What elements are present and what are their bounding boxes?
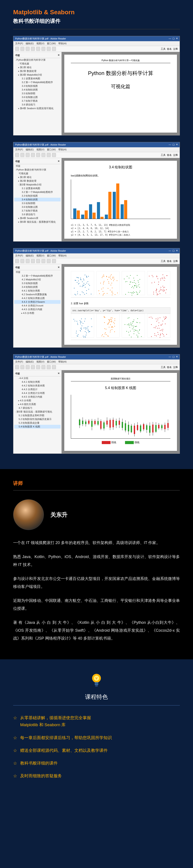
- bookmark-item[interactable]: 3.5 绘制饼图: [14, 202, 60, 205]
- window-control[interactable]: —: [169, 143, 171, 146]
- menu-item[interactable]: 帮助(H): [58, 42, 66, 45]
- window-control[interactable]: —: [169, 249, 171, 252]
- toolbar-link[interactable]: 签名: [167, 153, 172, 157]
- menu-item[interactable]: 窗口(W): [47, 42, 56, 45]
- toolbar-button[interactable]: [26, 47, 30, 51]
- toolbar-link[interactable]: 注释: [173, 259, 178, 263]
- bookmark-item[interactable]: 4.4.4 分类统计count: [14, 304, 60, 308]
- bookmark-item[interactable]: 3.4 绘制柱状图: [14, 88, 60, 92]
- bookmark-item[interactable]: 3.2 第一个Matplotlib绘图程序: [14, 190, 60, 194]
- bookmark-item[interactable]: ▸第2章 数据处理: [14, 179, 60, 183]
- bookmark-item[interactable]: 3.6 绘制散点图: [14, 95, 60, 99]
- bookmark-item[interactable]: 3.2 第一个Matplotlib绘图程序: [14, 81, 60, 84]
- bookmark-item[interactable]: 4.4.3 分类统计Swarm: [14, 300, 60, 304]
- toolbar-button[interactable]: [52, 259, 56, 263]
- menu-item[interactable]: 编辑(E): [26, 254, 34, 257]
- toolbar-button[interactable]: [31, 259, 35, 263]
- bookmark-item[interactable]: 4.7 课后练习: [14, 406, 60, 410]
- bookmark-item[interactable]: ▸4.5 分布图: [14, 311, 60, 315]
- bookmark-item[interactable]: ▸4.6 线性关系图: [14, 402, 60, 406]
- close-icon[interactable]: ✕: [58, 54, 60, 57]
- toolbar-link[interactable]: 注释: [173, 366, 178, 369]
- bookmark-item[interactable]: ▸第1章 绪论: [14, 175, 60, 179]
- bookmark-item[interactable]: 5.3 绘制股票成交量: [14, 421, 60, 425]
- toolbar-button[interactable]: [36, 47, 40, 51]
- bookmark-item[interactable]: 3.6 绘制散点图: [14, 205, 60, 209]
- bookmark-item[interactable]: 3.1 设置基本构图: [14, 77, 60, 81]
- toolbar-button[interactable]: [20, 47, 24, 51]
- bookmark-item[interactable]: -4.4 分组: [14, 376, 60, 380]
- toolbar-button[interactable]: [47, 153, 51, 157]
- toolbar-button[interactable]: [26, 259, 30, 263]
- window-control[interactable]: ▢: [172, 249, 174, 252]
- menu-item[interactable]: 窗口(W): [47, 148, 56, 151]
- menu-item[interactable]: 视图(V): [36, 254, 45, 257]
- bookmark-item[interactable]: 3.4 绘制柱状图: [14, 285, 60, 289]
- menu-item[interactable]: 窗口(W): [47, 254, 56, 257]
- menu-item[interactable]: 文件(F): [15, 360, 23, 364]
- menu-item[interactable]: 编辑(E): [26, 360, 34, 364]
- bookmark-item[interactable]: 3.5 绘制饼图: [14, 92, 60, 95]
- bookmark-item[interactable]: ▸第5章 项目实战：股票数据可视化: [14, 220, 60, 224]
- toolbar-button[interactable]: [52, 47, 56, 51]
- window-control[interactable]: ▢: [172, 37, 174, 40]
- toolbar-button[interactable]: [26, 365, 30, 369]
- bookmark-item[interactable]: ▸4.5 分布图: [14, 399, 60, 402]
- bookmark-item[interactable]: 3.7 绘制子图表: [14, 99, 60, 103]
- bookmark-item[interactable]: 5.1 绘制股票走势时序图: [14, 414, 60, 417]
- bookmark-item[interactable]: 5.2 绘制阶段性涨跌幅历史展示: [14, 417, 60, 421]
- bookmark-item[interactable]: 4.4.3 分类统计: [14, 388, 60, 391]
- close-icon[interactable]: ✕: [58, 266, 60, 269]
- toolbar-button[interactable]: [15, 47, 19, 51]
- toolbar-button[interactable]: [15, 153, 19, 157]
- window-control[interactable]: ▢: [172, 143, 174, 146]
- bookmark-item[interactable]: 可视化篇: [14, 172, 60, 175]
- window-control[interactable]: ✕: [176, 249, 178, 252]
- toolbar-link[interactable]: 注释: [173, 153, 178, 157]
- window-control[interactable]: ▢: [172, 355, 174, 358]
- bookmark-item[interactable]: 4.4.1 绘制分类图: [14, 289, 60, 292]
- bookmark-item[interactable]: ▸第1章 绪论: [14, 66, 60, 69]
- close-icon[interactable]: ✕: [58, 160, 60, 163]
- bookmark-item[interactable]: 书签: [14, 164, 60, 168]
- bookmark-item[interactable]: 4.4.2 绘制分类基本图: [14, 384, 60, 388]
- toolbar-link[interactable]: 签名: [167, 366, 172, 369]
- bookmark-item[interactable]: -第5章 项目实战：股票数据可视化: [14, 410, 60, 414]
- bookmark-item[interactable]: 书签: [14, 270, 60, 274]
- toolbar-button[interactable]: [15, 365, 19, 369]
- toolbar-button[interactable]: [42, 47, 46, 51]
- menu-item[interactable]: 帮助(H): [58, 254, 66, 257]
- bookmark-item[interactable]: -第3章 Matplotlib介绍: [14, 183, 60, 187]
- toolbar-button[interactable]: [31, 47, 35, 51]
- toolbar-button[interactable]: [47, 259, 51, 263]
- bookmark-item[interactable]: 4.4.4 分类统计分布图: [14, 391, 60, 395]
- toolbar-link[interactable]: 工具: [161, 153, 166, 157]
- bookmark-item[interactable]: 3.3 绘制折线图: [14, 84, 60, 88]
- toolbar-button[interactable]: [52, 153, 56, 157]
- bookmark-item[interactable]: 5.4 绘制股票 K 线图: [14, 425, 60, 429]
- bookmark-item[interactable]: -Python数据分析与科学计算: [14, 58, 60, 62]
- toolbar-button[interactable]: [42, 259, 46, 263]
- toolbar-button[interactable]: [42, 153, 46, 157]
- bookmark-item[interactable]: 3.4 绘制柱状图: [14, 198, 60, 202]
- toolbar-button[interactable]: [52, 365, 56, 369]
- toolbar-button[interactable]: [36, 153, 40, 157]
- bookmark-item[interactable]: 3.1 设置基本构图: [14, 187, 60, 190]
- toolbar-button[interactable]: [42, 365, 46, 369]
- toolbar-link[interactable]: 工具: [161, 366, 166, 369]
- toolbar-button[interactable]: [15, 259, 19, 263]
- toolbar-link[interactable]: 签名: [167, 259, 172, 263]
- menu-item[interactable]: 文件(F): [15, 254, 23, 257]
- toolbar-button[interactable]: [36, 259, 40, 263]
- bookmark-item[interactable]: 3.3 绘制折线图: [14, 194, 60, 198]
- bookmark-item[interactable]: 3.8 课后练习: [14, 103, 60, 106]
- bookmark-item[interactable]: ▸第4章 Seaborn 绘图实现可视化: [14, 106, 60, 110]
- toolbar-link[interactable]: 签名: [167, 48, 172, 51]
- menu-item[interactable]: 帮助(H): [58, 360, 66, 364]
- menu-item[interactable]: 编辑(E): [26, 148, 34, 151]
- toolbar-button[interactable]: [20, 365, 24, 369]
- window-control[interactable]: —: [169, 37, 171, 40]
- toolbar-link[interactable]: 工具: [161, 48, 166, 51]
- bookmark-item[interactable]: 4.4.5 分类统计内嵌: [14, 308, 60, 311]
- window-control[interactable]: ✕: [176, 143, 178, 146]
